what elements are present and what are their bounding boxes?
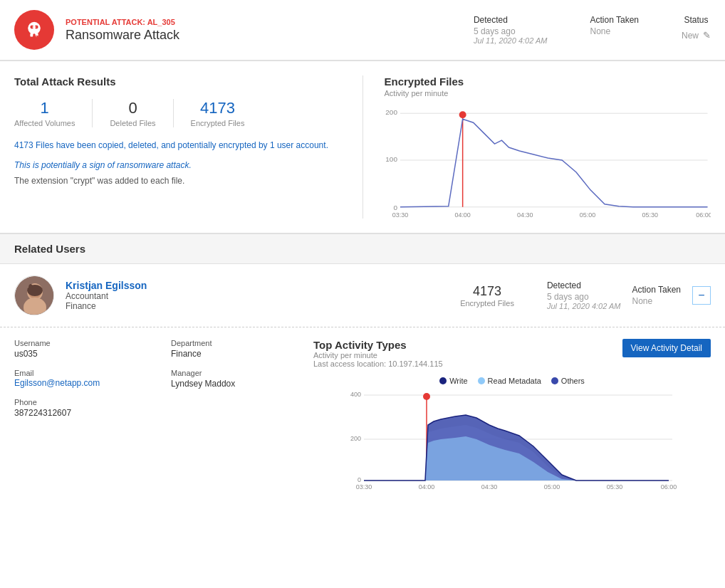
svg-text:06:00: 06:00 [696, 211, 711, 219]
svg-text:03:30: 03:30 [356, 483, 372, 489]
avatar-svg [15, 276, 54, 315]
svg-text:200: 200 [385, 108, 397, 116]
user-action: Action Taken None [632, 285, 682, 306]
department-label: Department [171, 339, 299, 347]
related-users-title: Related Users [14, 243, 711, 255]
others-dot [551, 377, 558, 384]
svg-text:06:00: 06:00 [661, 483, 677, 489]
attack-icon [14, 10, 54, 50]
main-content: Total Attack Results 1 Affected Volumes … [0, 61, 725, 233]
read-label: Read Metadata [488, 377, 541, 385]
svg-text:04:30: 04:30 [481, 483, 498, 489]
username-field: Username us035 [14, 339, 157, 359]
phone-field: Phone 387224312607 [14, 398, 157, 418]
panel-divider [362, 75, 363, 219]
activity-chart-svg: 400 200 0 03:30 04:00 04:30 05:00 05:30 … [313, 389, 711, 489]
status-label: Status [684, 15, 708, 25]
skull-icon [23, 19, 46, 41]
collapse-button[interactable]: − [692, 286, 711, 305]
username-value: us035 [14, 349, 157, 359]
activity-location: Last access location: 10.197.144.115 [313, 359, 443, 368]
header-meta: Detected 5 days ago Jul 11, 2020 4:02 AM… [474, 15, 711, 45]
user-detail-mid: Department Finance Manager Lyndsey Maddo… [171, 339, 299, 489]
read-dot [478, 377, 485, 384]
manager-value: Lyndsey Maddox [171, 379, 299, 389]
edit-icon[interactable]: ✎ [703, 30, 711, 41]
user-detected-label: Detected [547, 280, 621, 290]
legend-write: Write [439, 377, 467, 385]
manager-field: Manager Lyndsey Maddox [171, 369, 299, 389]
encrypted-chart-title: Encrypted Files [385, 75, 711, 88]
svg-point-7 [33, 35, 35, 37]
detected-label: Detected [474, 15, 548, 25]
manager-label: Manager [171, 369, 299, 377]
user-avatar [14, 275, 54, 315]
activity-subtitle: Activity per minute [313, 351, 443, 359]
user-encrypted-number: 4173 [460, 284, 514, 299]
user-detected: Detected 5 days ago Jul 11, 2020 4:02 AM [547, 280, 621, 310]
svg-text:05:00: 05:00 [579, 211, 595, 219]
user-activity-chart: Top Activity Types Activity per minute L… [313, 339, 711, 489]
attack-header: POTENTIAL ATTACK: AL_305 Ransomware Atta… [0, 0, 725, 61]
attack-name: Ransomware Attack [66, 28, 474, 43]
action-taken-block: Action Taken None [590, 15, 639, 36]
encrypted-files-stat: 4173 Encrypted Files [174, 99, 262, 127]
svg-point-0 [28, 22, 41, 35]
others-label: Others [561, 377, 585, 385]
activity-chart-header: Top Activity Types Activity per minute L… [313, 339, 711, 374]
svg-text:05:30: 05:30 [642, 211, 657, 219]
encrypted-files-number: 4173 [191, 99, 245, 117]
detected-date: Jul 11, 2020 4:02 AM [474, 36, 548, 45]
svg-text:03:30: 03:30 [392, 211, 407, 219]
deleted-files-stat: 0 Deleted Files [93, 99, 172, 127]
bottom-chart-container: 400 200 0 03:30 04:00 04:30 05:00 05:30 … [313, 389, 711, 489]
svg-text:05:30: 05:30 [607, 483, 623, 489]
description-link[interactable]: 4173 Files have been copied, deleted, an… [14, 139, 341, 152]
user-info: Kristjan Egilsson Accountant Finance [66, 280, 427, 311]
description-italic: This is potentially a sign of ransomware… [14, 160, 341, 170]
legend-read: Read Metadata [478, 377, 541, 385]
user-detected-ago: 5 days ago [547, 292, 621, 302]
activity-title-group: Top Activity Types Activity per minute L… [313, 339, 443, 374]
user-card: Kristjan Egilsson Accountant Finance 417… [0, 264, 725, 327]
encrypted-chart-subtitle: Activity per minute [385, 89, 711, 98]
action-taken-label: Action Taken [590, 15, 639, 25]
affected-volumes-number: 1 [14, 99, 75, 117]
deleted-files-number: 0 [110, 99, 155, 117]
attack-title-block: POTENTIAL ATTACK: AL_305 Ransomware Atta… [66, 18, 474, 43]
svg-rect-5 [33, 26, 36, 28]
user-name[interactable]: Kristjan Egilsson [66, 280, 427, 291]
detected-ago: 5 days ago [474, 26, 548, 36]
related-users-section: Related Users [0, 233, 725, 264]
user-action-value: None [632, 296, 682, 306]
encrypted-chart-container: 200 100 0 03:30 04:00 04:30 05:00 05:30 … [385, 105, 711, 219]
user-detail-left: Username us035 Email Egilsson@netapp.com… [14, 339, 157, 489]
potential-attack-label: POTENTIAL ATTACK: AL_305 [66, 18, 474, 26]
status-value: New [682, 31, 699, 41]
affected-volumes-label: Affected Volumes [14, 119, 75, 127]
encrypted-files-label: Encrypted Files [191, 119, 245, 127]
svg-text:400: 400 [350, 391, 361, 398]
svg-point-43 [423, 393, 430, 400]
phone-label: Phone [14, 398, 157, 406]
user-detail: Username us035 Email Egilsson@netapp.com… [0, 327, 725, 489]
activity-legend: Write Read Metadata Others [313, 377, 711, 385]
svg-rect-9 [37, 36, 38, 37]
user-role: Accountant [66, 291, 427, 301]
left-panel: Total Attack Results 1 Affected Volumes … [14, 75, 341, 219]
svg-point-23 [459, 111, 466, 118]
email-label: Email [14, 369, 157, 377]
svg-text:100: 100 [385, 155, 397, 163]
email-field: Email Egilsson@netapp.com [14, 369, 157, 388]
user-card-header: Kristjan Egilsson Accountant Finance 417… [14, 275, 711, 315]
svg-text:04:30: 04:30 [517, 211, 533, 219]
avatar-image [15, 276, 54, 315]
total-attack-title: Total Attack Results [14, 75, 341, 88]
legend-others: Others [551, 377, 585, 385]
svg-text:0: 0 [358, 476, 361, 483]
detected-block: Detected 5 days ago Jul 11, 2020 4:02 AM [474, 15, 548, 45]
svg-text:04:00: 04:00 [419, 483, 435, 489]
view-activity-button[interactable]: View Activity Detail [622, 339, 711, 357]
right-panel: Encrypted Files Activity per minute 200 … [385, 75, 711, 219]
email-value[interactable]: Egilsson@netapp.com [14, 378, 100, 388]
